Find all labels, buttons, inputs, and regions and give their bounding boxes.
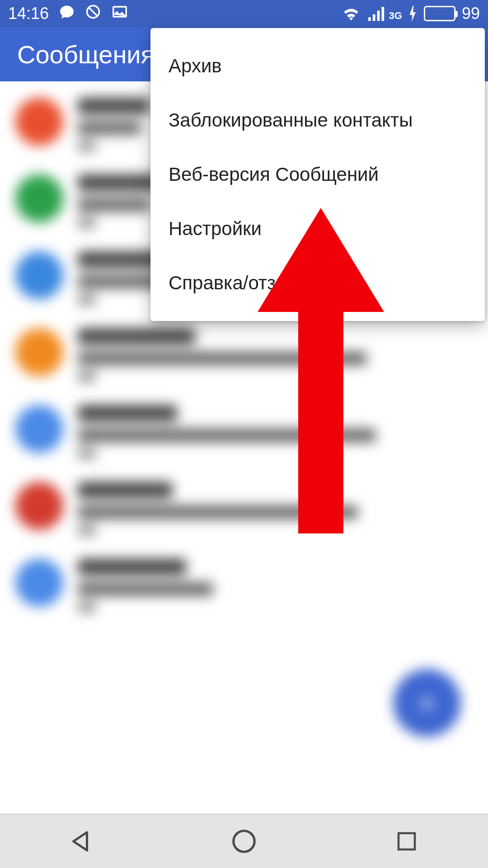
svg-rect-5 — [377, 10, 380, 21]
battery-percent: 99 — [462, 4, 480, 23]
status-time: 14:16 — [8, 4, 49, 23]
svg-rect-6 — [381, 7, 384, 21]
battery-icon — [424, 6, 455, 21]
conversation-item[interactable] — [0, 547, 488, 624]
menu-item[interactable]: Заблокированные контакты — [150, 93, 485, 147]
avatar — [15, 482, 63, 530]
conversation-item[interactable] — [0, 470, 488, 547]
network-type-label: 3G — [389, 10, 402, 22]
nav-back-button[interactable] — [36, 828, 127, 855]
conversation-text — [78, 482, 473, 535]
svg-rect-4 — [372, 14, 375, 21]
do-not-disturb-icon — [85, 4, 101, 24]
avatar — [15, 175, 63, 222]
overflow-menu: АрхивЗаблокированные контактыВеб-версия … — [150, 28, 485, 321]
menu-item[interactable]: Настройки — [150, 202, 485, 256]
svg-rect-3 — [368, 17, 371, 21]
menu-item[interactable]: Справка/отзыв — [150, 256, 485, 310]
charging-icon — [408, 5, 418, 22]
avatar — [15, 559, 63, 607]
avatar — [15, 405, 63, 453]
app-title: Сообщения — [17, 40, 155, 69]
conversation-text — [78, 328, 473, 382]
menu-item[interactable]: Веб-версия Сообщений — [150, 147, 485, 202]
nav-recent-button[interactable] — [361, 829, 452, 854]
avatar — [15, 328, 63, 376]
status-left: 14:16 — [8, 3, 128, 24]
signal-icon — [367, 5, 385, 22]
svg-point-7 — [234, 831, 255, 852]
nav-home-button[interactable] — [199, 827, 289, 855]
chat-bubble-icon — [59, 4, 75, 24]
avatar — [15, 98, 63, 146]
svg-line-1 — [89, 8, 97, 16]
navigation-bar — [0, 814, 488, 868]
battery-indicator — [424, 6, 455, 21]
avatar — [15, 251, 63, 299]
wifi-icon — [341, 5, 361, 23]
conversation-item[interactable] — [0, 393, 488, 470]
svg-rect-8 — [399, 833, 415, 849]
status-right: 3G 99 — [341, 4, 480, 23]
image-icon — [111, 3, 128, 24]
menu-item[interactable]: Архив — [150, 39, 485, 93]
conversation-text — [78, 405, 473, 458]
conversation-text — [78, 559, 473, 612]
compose-fab[interactable]: + — [393, 669, 461, 737]
conversation-item[interactable] — [0, 316, 488, 393]
status-bar: 14:16 3G 99 — [0, 0, 488, 27]
